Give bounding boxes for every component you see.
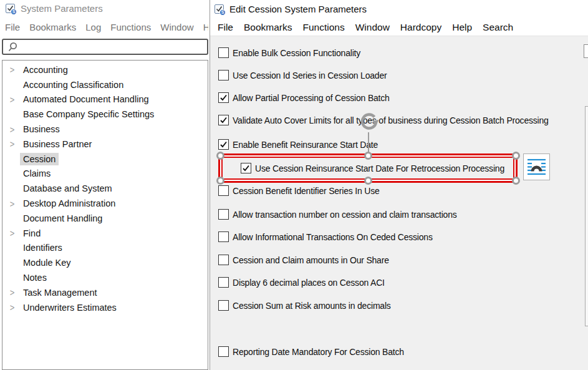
chevron-right-icon[interactable]: > xyxy=(7,64,17,75)
checkbox-row-cession-and-claim-amounts-in-our-share: Cession and Claim amounts in Our Share xyxy=(218,255,389,266)
right-menu-hardcopy[interactable]: Hardcopy xyxy=(400,21,441,34)
tree-item-automated-document-handling[interactable]: >Automated Document Handling xyxy=(2,92,208,107)
annotation-handle[interactable] xyxy=(364,152,372,160)
chevron-right-icon[interactable]: > xyxy=(7,287,17,298)
checkbox-unchecked[interactable] xyxy=(218,47,229,58)
tree-item-base-company-specific-settings[interactable]: Base Company Specific Settings xyxy=(2,107,208,122)
tree-item-accounting[interactable]: >Accounting xyxy=(2,62,208,77)
tree-item-task-management[interactable]: >Task Management xyxy=(2,285,208,300)
right-menu-search[interactable]: Search xyxy=(483,21,513,34)
tree-item-cession[interactable]: Cession xyxy=(2,152,208,167)
tree-item-label[interactable]: Business xyxy=(20,123,63,135)
chevron-right-icon[interactable]: > xyxy=(7,228,17,238)
tree-item-label[interactable]: Accounting Classification xyxy=(20,79,127,91)
checkbox-unchecked[interactable] xyxy=(218,70,229,80)
chevron-right-icon[interactable]: > xyxy=(7,139,17,149)
chevron-right-icon[interactable]: > xyxy=(7,302,17,313)
right-menu-functions[interactable]: Functions xyxy=(303,21,345,34)
tree-item-label[interactable]: Business Partner xyxy=(20,138,95,150)
tree-item-label[interactable]: Underwriters Estimates xyxy=(20,301,120,314)
checkbox-row-allow-transaction-number-on-cession-and-claim-transactions: Allow transaction number on cession and … xyxy=(218,209,457,220)
left-menu-bookmarks[interactable]: Bookmarks xyxy=(29,21,76,34)
left-menu-bar: FileBookmarksLogFunctionsWindowHardcopy xyxy=(5,21,208,34)
checkbox-unchecked[interactable] xyxy=(218,300,229,311)
left-menu-window[interactable]: Window xyxy=(160,21,193,34)
clipped-checkbox[interactable] xyxy=(584,44,588,58)
chevron-right-icon[interactable]: > xyxy=(7,94,17,105)
tree-item-label[interactable]: Document Handling xyxy=(20,212,105,225)
tree-item-module-key[interactable]: Module Key xyxy=(2,255,208,270)
checkbox-label: Allow Informational Transactions On Cede… xyxy=(233,231,433,243)
system-parameters-icon: S xyxy=(214,4,224,14)
search-input[interactable] xyxy=(18,40,207,54)
tree-item-accounting-classification[interactable]: Accounting Classification xyxy=(2,77,208,92)
tree-item-label[interactable]: Notes xyxy=(20,271,50,284)
tree-item-label[interactable]: Claims xyxy=(20,167,54,180)
right-menu-bar: FileBookmarksFunctionsWindowHardcopyHelp… xyxy=(218,21,513,34)
system-parameters-icon: S xyxy=(6,4,15,13)
checkbox-unchecked[interactable] xyxy=(218,255,229,265)
chevron-right-icon[interactable]: > xyxy=(7,124,17,134)
left-menu-functions[interactable]: Functions xyxy=(110,21,151,34)
tree-item-underwriters-estimates[interactable]: >Underwriters Estimates xyxy=(2,300,208,315)
app-badge-icon: S xyxy=(11,9,17,15)
wrap-text-button[interactable] xyxy=(523,153,550,180)
right-menu-bookmarks[interactable]: Bookmarks xyxy=(244,21,292,34)
tree-item-identifiers[interactable]: Identifiers xyxy=(2,241,208,256)
tree-item-label[interactable]: Automated Document Handling xyxy=(20,93,152,105)
checkbox-checked[interactable] xyxy=(218,139,229,150)
left-window-title: System Parameters xyxy=(21,3,103,14)
annotation-handle[interactable] xyxy=(216,152,224,160)
annotation-handle[interactable] xyxy=(512,177,520,185)
left-window-titlebar: S System Parameters xyxy=(6,1,103,15)
tree-item-label[interactable]: Identifiers xyxy=(20,241,65,254)
rotate-handle-icon[interactable] xyxy=(358,112,379,133)
tree-item-label[interactable]: Desktop Administration xyxy=(20,197,118,210)
left-menu-log[interactable]: Log xyxy=(85,21,101,34)
annotation-handle[interactable] xyxy=(216,177,224,185)
tree-item-notes[interactable]: Notes xyxy=(2,270,208,285)
system-parameters-window: S System Parameters FileBookmarksLogFunc… xyxy=(0,0,210,370)
annotation-handle[interactable] xyxy=(364,177,372,185)
tree-item-label[interactable]: Database and System xyxy=(20,182,115,195)
rotation-handle-stem xyxy=(368,132,369,154)
right-menu-help[interactable]: Help xyxy=(452,21,472,34)
tree-item-label[interactable]: Base Company Specific Settings xyxy=(20,108,157,120)
right-menu-window[interactable]: Window xyxy=(355,21,390,34)
tree-item-database-and-system[interactable]: Database and System xyxy=(2,181,208,196)
checkbox-checked[interactable] xyxy=(218,115,229,125)
tree-item-label[interactable]: Find xyxy=(20,227,44,240)
tree-item-business-partner[interactable]: >Business Partner xyxy=(2,137,208,152)
checkbox-unchecked[interactable] xyxy=(218,185,229,196)
checkbox-label: Enable Benefit Reinsurance Start Date xyxy=(233,139,378,150)
tree-item-claims[interactable]: Claims xyxy=(2,167,208,182)
checkbox-label: Cession Sum at Risk amounts in decimals xyxy=(233,300,391,311)
chevron-right-icon[interactable]: > xyxy=(7,198,17,208)
checkbox-label: Reporting Date Mandatory For Cession Bat… xyxy=(233,346,404,358)
tree-item-find[interactable]: >Find xyxy=(2,226,208,241)
left-menu-file[interactable]: File xyxy=(5,21,20,34)
right-window-titlebar: S Edit Cession System Parameters xyxy=(214,0,588,17)
tree-item-label[interactable]: Cession xyxy=(20,153,59,165)
checkbox-row-allow-partial-processing-of-cession-batch: Allow Partial Processing of Cession Batc… xyxy=(218,92,390,104)
checkbox-row-reporting-date-mandatory-for-cession-batch: Reporting Date Mandatory For Cession Bat… xyxy=(218,346,404,358)
tree-item-label[interactable]: Module Key xyxy=(20,256,74,269)
tree-item-business[interactable]: >Business xyxy=(2,122,208,137)
checkbox-unchecked[interactable] xyxy=(218,277,229,288)
annotation-handle[interactable] xyxy=(512,152,520,160)
checkbox-unchecked[interactable] xyxy=(218,231,229,242)
tree-item-label[interactable]: Accounting xyxy=(20,64,71,76)
search-box[interactable] xyxy=(2,39,208,55)
left-menu-hardcopy[interactable]: Hardcopy xyxy=(203,21,208,34)
checkbox-row-use-cession-id-series-in-cession-loader: Use Cession Id Series in Cession Loader xyxy=(218,70,387,81)
checkbox-label: Display 6 decimal places on Cesson ACI xyxy=(233,277,385,288)
checkbox-checked[interactable] xyxy=(218,92,229,103)
checkbox-unchecked[interactable] xyxy=(218,209,229,220)
tree-item-desktop-administration[interactable]: >Desktop Administration xyxy=(2,196,208,211)
right-menu-file[interactable]: File xyxy=(218,21,233,34)
checkbox-unchecked[interactable] xyxy=(218,346,229,357)
checkbox-row-enable-benefit-reinsurance-start-date: Enable Benefit Reinsurance Start Date xyxy=(218,139,378,150)
search-icon xyxy=(7,41,18,53)
tree-item-document-handling[interactable]: Document Handling xyxy=(2,211,208,226)
tree-item-label[interactable]: Task Management xyxy=(20,286,100,299)
